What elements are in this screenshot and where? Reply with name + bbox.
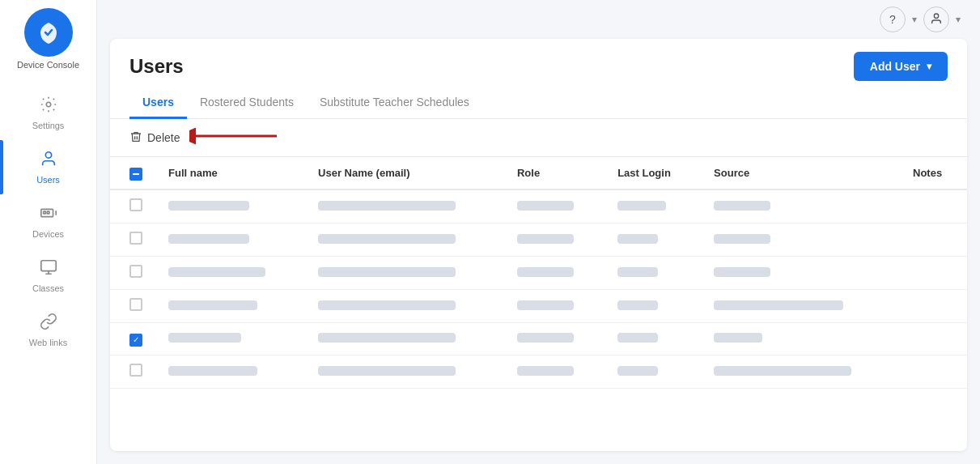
content-card: Users Add User ▾ Users Rostered Students…	[110, 39, 967, 451]
table-cell	[504, 223, 605, 257]
skeleton-value	[517, 201, 574, 211]
th-source: Source	[701, 157, 900, 189]
table-cell	[305, 257, 504, 290]
table-cell	[605, 189, 701, 223]
th-notes: Notes	[900, 157, 967, 189]
add-user-chevron-icon: ▾	[927, 61, 931, 72]
table-cell	[701, 323, 900, 355]
sidebar-item-weblinks[interactable]: Web links	[0, 303, 96, 357]
table-cell-notes	[900, 290, 967, 323]
skeleton-value	[714, 366, 851, 376]
skeleton-value	[617, 333, 658, 343]
content-header: Users Add User ▾	[110, 39, 967, 87]
add-user-label: Add User	[870, 60, 920, 73]
help-button[interactable]: ?	[880, 6, 906, 32]
row-checkbox[interactable]	[129, 334, 142, 347]
table-cell-notes	[900, 323, 967, 355]
th-fullname: Full name	[155, 157, 305, 189]
sidebar-item-devices[interactable]: Devices	[0, 194, 96, 249]
table-cell	[504, 257, 605, 290]
tab-users[interactable]: Users	[129, 87, 187, 119]
skeleton-value	[714, 300, 843, 310]
skeleton-value	[318, 300, 456, 310]
topbar: ? ▾ ▾	[97, 0, 980, 39]
sidebar-classes-label: Classes	[32, 283, 64, 293]
weblinks-icon	[40, 313, 57, 334]
row-checkbox[interactable]	[129, 198, 142, 211]
table-cell-notes	[900, 257, 967, 290]
table-cell-notes	[900, 189, 967, 223]
table-cell	[701, 223, 900, 257]
svg-point-1	[46, 102, 51, 107]
svg-rect-4	[43, 211, 45, 214]
table-cell	[155, 223, 305, 257]
sidebar-item-settings[interactable]: Settings	[0, 86, 96, 140]
delete-button[interactable]: Delete	[129, 130, 180, 146]
skeleton-value	[617, 267, 658, 277]
svg-point-7	[934, 14, 938, 18]
table-cell	[701, 189, 900, 223]
topbar-chevron-user: ▾	[956, 14, 961, 25]
table-cell	[504, 323, 605, 355]
row-checkbox[interactable]	[129, 364, 142, 377]
th-username: User Name (email)	[305, 157, 504, 189]
skeleton-value	[517, 333, 574, 343]
tabs-bar: Users Rostered Students Substitute Teach…	[110, 87, 967, 119]
table-cell	[155, 355, 305, 388]
row-checkbox[interactable]	[129, 232, 142, 245]
table-cell	[504, 189, 605, 223]
trash-icon	[129, 130, 142, 146]
table-cell	[701, 290, 900, 323]
page-title: Users	[129, 55, 184, 78]
row-checkbox[interactable]	[129, 265, 142, 278]
skeleton-value	[168, 201, 249, 211]
svg-rect-6	[40, 261, 55, 271]
table-cell	[305, 223, 504, 257]
sidebar-item-classes[interactable]: Classes	[0, 249, 96, 303]
table-row	[110, 223, 967, 257]
table-cell	[605, 323, 701, 355]
app-name: Device Console	[17, 60, 79, 70]
skeleton-value	[318, 201, 456, 211]
skeleton-value	[517, 234, 574, 244]
table-cell	[701, 257, 900, 290]
table-row	[110, 257, 967, 290]
arrow-indicator	[189, 127, 278, 148]
th-lastlogin: Last Login	[605, 157, 701, 189]
topbar-chevron-help: ▾	[912, 14, 917, 25]
table-cell	[155, 189, 305, 223]
row-checkbox[interactable]	[129, 298, 142, 311]
tab-substitute[interactable]: Substitute Teacher Schedules	[307, 87, 482, 119]
main-area: ? ▾ ▾ Users Add User ▾ Users Rostered S	[97, 0, 980, 464]
devices-icon	[40, 204, 57, 226]
add-user-button[interactable]: Add User ▾	[854, 52, 948, 81]
user-icon	[930, 12, 943, 28]
table-cell	[155, 257, 305, 290]
skeleton-value	[617, 366, 658, 376]
app-logo	[24, 8, 73, 57]
sidebar-item-users[interactable]: Users	[0, 140, 96, 194]
skeleton-value	[617, 300, 658, 310]
classes-icon	[40, 258, 57, 280]
table-cell	[504, 355, 605, 388]
help-icon: ?	[889, 13, 896, 26]
toolbar: Delete	[110, 119, 967, 157]
skeleton-value	[714, 201, 770, 211]
skeleton-value	[168, 234, 249, 244]
skeleton-value	[318, 234, 456, 244]
table-cell	[605, 257, 701, 290]
table-cell	[155, 290, 305, 323]
tab-rostered[interactable]: Rostered Students	[187, 87, 307, 119]
table-cell-notes	[900, 223, 967, 257]
users-table: Full name User Name (email) Role Last Lo…	[110, 157, 967, 389]
skeleton-value	[617, 234, 658, 244]
th-checkbox	[110, 157, 155, 189]
sidebar-settings-label: Settings	[32, 121, 65, 130]
skeleton-value	[517, 366, 574, 376]
table-cell	[605, 290, 701, 323]
settings-icon	[40, 96, 57, 117]
user-button[interactable]	[923, 6, 949, 32]
table-cell	[305, 355, 504, 388]
skeleton-value	[714, 234, 770, 244]
select-all-checkbox[interactable]	[129, 168, 142, 181]
